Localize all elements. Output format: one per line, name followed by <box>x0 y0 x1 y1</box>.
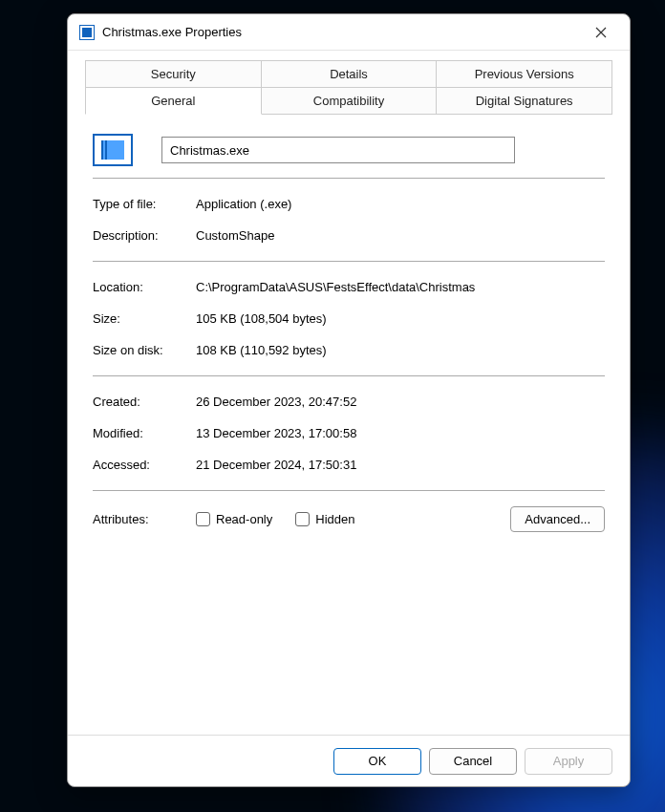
separator <box>93 178 605 179</box>
titlebar: Christmas.exe Properties <box>68 14 630 51</box>
modified-value: 13 December 2023, 17:00:58 <box>196 426 605 440</box>
separator <box>93 261 605 262</box>
tab-compatibility[interactable]: Compatibility <box>261 87 438 115</box>
tab-details[interactable]: Details <box>261 60 438 87</box>
location-label: Location: <box>93 280 196 294</box>
ok-button[interactable]: OK <box>333 748 421 775</box>
properties-dialog: Christmas.exe Properties Security Detail… <box>67 13 631 787</box>
size-label: Size: <box>93 311 196 326</box>
application-icon <box>93 134 133 166</box>
size-on-disk-value: 108 KB (110,592 bytes) <box>196 343 605 357</box>
tab-security[interactable]: Security <box>85 60 262 87</box>
description-value: CustomShape <box>196 228 605 243</box>
advanced-button[interactable]: Advanced... <box>510 506 605 532</box>
size-value: 105 KB (108,504 bytes) <box>196 311 605 326</box>
tab-previous-versions[interactable]: Previous Versions <box>436 60 612 87</box>
created-label: Created: <box>93 395 196 409</box>
general-tab-content: Type of file: Application (.exe) Descrip… <box>85 122 612 735</box>
type-label: Type of file: <box>93 197 196 211</box>
readonly-label: Read-only <box>216 512 272 526</box>
cancel-button[interactable]: Cancel <box>429 748 517 775</box>
attributes-label: Attributes: <box>93 512 196 526</box>
readonly-checkbox[interactable] <box>196 512 210 526</box>
close-button[interactable] <box>584 19 618 46</box>
close-icon <box>595 27 607 38</box>
modified-label: Modified: <box>93 426 196 440</box>
accessed-label: Accessed: <box>93 458 196 472</box>
hidden-checkbox[interactable] <box>295 512 310 526</box>
tab-digital-signatures[interactable]: Digital Signatures <box>436 87 612 115</box>
tab-general[interactable]: General <box>85 87 262 115</box>
hidden-checkbox-group[interactable]: Hidden <box>295 512 354 526</box>
readonly-checkbox-group[interactable]: Read-only <box>196 512 272 526</box>
tab-strip: Security Details Previous Versions Gener… <box>85 60 612 115</box>
created-value: 26 December 2023, 20:47:52 <box>196 395 605 409</box>
type-value: Application (.exe) <box>196 197 605 211</box>
separator <box>93 490 605 491</box>
location-value: C:\ProgramData\ASUS\FestsEffect\data\Chr… <box>196 280 605 294</box>
filename-input[interactable] <box>161 137 515 163</box>
window-title: Christmas.exe Properties <box>102 25 584 39</box>
apply-button: Apply <box>525 748 612 775</box>
size-on-disk-label: Size on disk: <box>93 343 196 357</box>
accessed-value: 21 December 2024, 17:50:31 <box>196 458 605 472</box>
dialog-body: Security Details Previous Versions Gener… <box>68 51 630 735</box>
description-label: Description: <box>93 228 196 243</box>
separator <box>93 375 605 376</box>
dialog-footer: OK Cancel Apply <box>68 735 630 786</box>
hidden-label: Hidden <box>315 512 354 526</box>
window-icon <box>79 25 95 40</box>
